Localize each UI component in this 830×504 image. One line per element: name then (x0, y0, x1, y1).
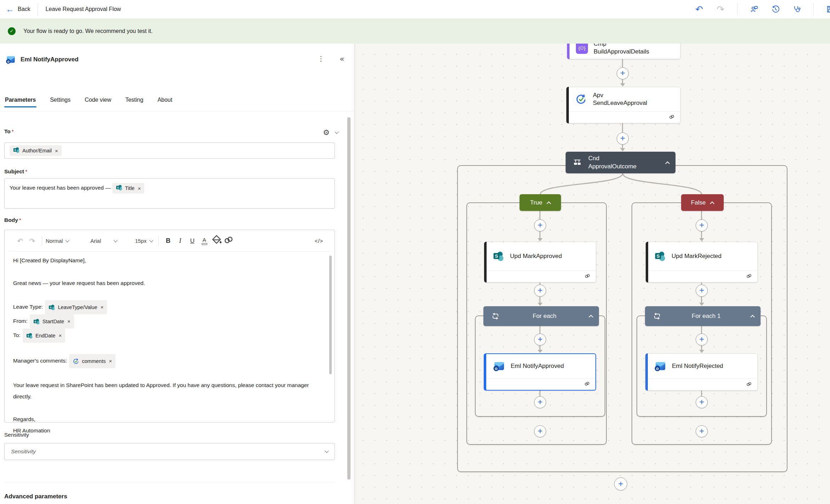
coauthor-icon[interactable] (750, 5, 759, 14)
insert-link-button[interactable] (223, 234, 235, 248)
tab-about[interactable]: About (157, 97, 172, 107)
node-condition-approvaloutcome[interactable]: CndApprovalOutcome (566, 152, 675, 173)
flow-canvas[interactable]: + + + + + + + + + + + + + {∅} CmpBuildAp… (354, 44, 830, 504)
collapse-chevron-icon[interactable] (665, 161, 670, 166)
collapse-panel-icon[interactable]: « (340, 54, 344, 63)
node-accent (566, 87, 569, 123)
insert-step-button[interactable]: + (696, 334, 708, 346)
node-accent (484, 242, 487, 282)
remove-chip-icon[interactable]: × (67, 316, 71, 327)
node-compose-buildapprovaldetails[interactable]: {∅} CmpBuildApprovalDetails (567, 44, 680, 59)
node-accent (484, 354, 486, 390)
undo-icon[interactable]: ↶ (14, 237, 26, 245)
back-button[interactable]: ← Back (0, 0, 38, 18)
body-text: Your leave request in SharePoint has bee… (13, 382, 309, 399)
flow-edge (539, 326, 540, 334)
remove-chip-icon[interactable]: × (58, 330, 62, 341)
node-foreach-true[interactable]: For each (483, 306, 599, 326)
tab-settings[interactable]: Settings (50, 97, 71, 107)
body-editor[interactable]: ↶ ↷ Normal Arial 15px B I U A </> Hi [Cr… (4, 230, 335, 422)
undo-icon[interactable]: ↶ (695, 5, 704, 14)
chip-label: Author/Email (22, 148, 52, 153)
insert-step-button[interactable]: + (534, 219, 546, 231)
node-label: Cmp (594, 44, 649, 48)
node-upd-markrejected[interactable]: S Upd MarkRejected (646, 242, 758, 282)
node-eml-notifyapproved[interactable]: o Eml NotifyApproved (484, 353, 596, 391)
insert-step-button[interactable]: + (696, 425, 708, 437)
paragraph-style-dropdown[interactable]: Normal (46, 238, 85, 244)
tab-parameters[interactable]: Parameters (5, 97, 36, 107)
flow-edge (701, 326, 702, 334)
sensitivity-select[interactable]: Sensitivity (4, 443, 335, 460)
insert-step-button[interactable]: + (534, 334, 546, 346)
font-size-dropdown[interactable]: 15px (135, 238, 153, 244)
node-upd-markapproved[interactable]: S Upd MarkApproved (484, 242, 596, 282)
body-text: Regards, (13, 416, 35, 422)
body-content[interactable]: Hi [Created By DisplayName],Great news —… (9, 255, 322, 436)
dynamic-content-chip[interactable]: SEndDate× (23, 329, 65, 343)
body-line (9, 289, 322, 300)
insert-step-button[interactable]: + (534, 396, 546, 408)
insert-step-button[interactable]: + (534, 285, 546, 297)
save-icon[interactable] (826, 5, 830, 14)
code-view-button[interactable]: </> (313, 238, 325, 244)
underline-button[interactable]: U (186, 237, 198, 245)
link-icon (584, 380, 590, 388)
collapse-chevron-icon[interactable] (589, 315, 593, 319)
redo-icon[interactable]: ↷ (716, 5, 725, 14)
top-command-bar: ← Back Leave Request Approval Flow ↶ ↷ (0, 0, 830, 18)
remove-chip-icon[interactable]: × (138, 185, 141, 191)
dynamic-content-chip[interactable]: S Author/Email × (10, 145, 62, 156)
panel-scrollbar[interactable] (347, 117, 350, 480)
subject-input[interactable]: Your leave request has been approved — S… (4, 178, 335, 209)
chip-label: Title (125, 185, 135, 191)
true-branch-badge[interactable]: True (520, 194, 561, 211)
insert-step-button[interactable]: + (534, 425, 546, 437)
insert-step-button[interactable]: + (696, 219, 708, 231)
collapse-chevron-icon[interactable] (546, 201, 551, 206)
chevron-down-icon[interactable] (325, 449, 329, 453)
section-divider (4, 482, 335, 482)
redo-icon[interactable]: ↷ (26, 237, 38, 245)
highlight-button[interactable] (211, 234, 223, 248)
collapse-chevron-icon[interactable] (710, 201, 714, 206)
tab-code-view[interactable]: Code view (85, 97, 111, 107)
more-options-icon[interactable]: ⋮ (318, 55, 324, 63)
dynamic-content-chip[interactable]: comments× (69, 354, 116, 368)
insert-step-button[interactable]: + (617, 133, 629, 145)
bold-button[interactable]: B (162, 237, 174, 245)
italic-button[interactable]: I (174, 237, 186, 245)
insert-step-button[interactable]: + (614, 477, 627, 491)
font-color-button[interactable]: A (198, 237, 211, 245)
body-scrollbar[interactable] (329, 256, 332, 374)
insert-step-button[interactable]: + (617, 67, 629, 79)
collapse-chevron-icon[interactable] (750, 315, 755, 319)
flow-edge-arrow (699, 303, 704, 306)
flow-checker-icon[interactable] (792, 5, 801, 14)
tabs-divider (0, 111, 354, 111)
dynamic-content-chip[interactable]: S Title × (112, 183, 145, 194)
flow-edge-arrow (538, 350, 543, 353)
to-label: To* (4, 128, 14, 135)
history-icon[interactable] (771, 5, 780, 14)
chevron-down-icon[interactable] (335, 130, 338, 134)
to-input[interactable]: S Author/Email × (4, 142, 335, 159)
gear-icon[interactable]: ⚙ (323, 128, 330, 137)
outlook-icon: o (6, 55, 16, 65)
remove-chip-icon[interactable]: × (55, 148, 58, 154)
remove-chip-icon[interactable]: × (100, 302, 103, 313)
svg-text:o: o (656, 366, 658, 371)
node-approval-sendleaveapproval[interactable]: ApvSendLeaveApproval (566, 87, 680, 123)
font-dropdown[interactable]: Arial (90, 238, 129, 244)
body-line: Manager's comments: comments× (9, 354, 322, 368)
back-arrow-icon: ← (6, 5, 14, 13)
insert-step-button[interactable]: + (696, 396, 708, 408)
remove-chip-icon[interactable]: × (109, 355, 112, 367)
false-branch-badge[interactable]: False (681, 194, 724, 211)
tab-testing[interactable]: Testing (125, 97, 144, 107)
dynamic-content-chip[interactable]: SStartDate× (30, 314, 74, 329)
insert-step-button[interactable]: + (696, 285, 708, 297)
node-foreach-false[interactable]: For each 1 (645, 306, 761, 326)
dynamic-content-chip[interactable]: SLeaveType/Value× (45, 300, 107, 314)
node-eml-notifyrejected[interactable]: o Eml NotifyRejected (645, 353, 758, 391)
